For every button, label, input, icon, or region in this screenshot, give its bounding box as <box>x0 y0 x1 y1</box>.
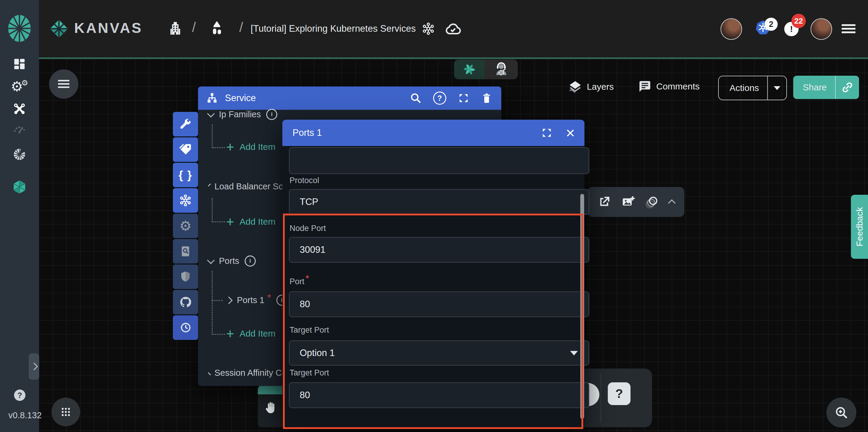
scrolled-field-partial[interactable] <box>289 147 589 174</box>
support-agent-button[interactable] <box>485 60 518 79</box>
sidebar-item-configuration[interactable] <box>0 102 39 116</box>
sidebar-item-kanvas[interactable] <box>0 179 39 195</box>
add-item-button-3[interactable]: + Add Item <box>226 329 276 339</box>
collaborator-avatar[interactable] <box>720 18 742 40</box>
feedback-tab[interactable]: Feedback <box>851 195 868 259</box>
history-icon <box>179 321 192 334</box>
search-icon[interactable] <box>410 92 422 104</box>
open-external-icon[interactable] <box>597 195 611 209</box>
plus-icon: + <box>226 329 234 338</box>
tool-tile-configure[interactable] <box>173 112 198 136</box>
expand-icon[interactable] <box>458 92 470 104</box>
tool-tile-settings[interactable]: ⚙ <box>173 214 198 238</box>
dock-divider <box>600 373 601 423</box>
add-item-button-2[interactable]: + Add Item <box>226 217 276 227</box>
grid-dots-icon <box>60 406 72 418</box>
brand-wordmark: KANVAS <box>74 20 143 36</box>
tree-row-load-balancer[interactable]: Load Balancer So <box>208 182 282 191</box>
dock-help-button[interactable]: ? <box>608 382 630 405</box>
sidebar-expand-button[interactable] <box>29 353 39 380</box>
share-label: Share <box>803 82 827 92</box>
caret-down-icon <box>774 86 780 90</box>
sidebar-help-button[interactable]: ? <box>14 390 25 401</box>
tool-tile-labels[interactable] <box>173 137 198 162</box>
pan-hand-icon[interactable] <box>264 400 278 415</box>
info-icon[interactable]: i <box>245 255 256 267</box>
sidebar-item-lifecycle[interactable]: ⚙ ⚙ <box>0 79 39 94</box>
protocol-label: Protocol <box>289 176 319 185</box>
hamburger-icon <box>58 80 69 88</box>
tree-row-ports-1[interactable]: Ports 1 * i <box>226 295 287 306</box>
plus-icon: + <box>226 143 234 151</box>
tool-tile-history[interactable] <box>173 315 198 340</box>
add-item-label: Add Item <box>240 329 276 339</box>
motion-circles-icon[interactable] <box>645 195 659 209</box>
sidebar-item-performance[interactable] <box>0 122 39 136</box>
add-image-icon[interactable] <box>621 195 635 209</box>
alerts-count-badge[interactable]: 22 <box>792 14 806 28</box>
ports-modal-header[interactable]: Ports 1 × <box>282 120 584 146</box>
layers-toggle[interactable]: Layers <box>568 79 614 94</box>
expand-icon[interactable] <box>541 127 553 139</box>
ai-assistant-button[interactable] <box>454 60 485 79</box>
organization-icon[interactable] <box>167 20 183 36</box>
tree-row-session-affinity[interactable]: Session Affinity Co <box>208 368 282 378</box>
cloud-saved-icon[interactable] <box>444 21 461 36</box>
zoom-in-button[interactable] <box>827 398 856 428</box>
kanvas-hexagon-icon <box>11 179 28 195</box>
comments-toggle[interactable]: Comments <box>638 79 700 94</box>
kanvas-logo-icon[interactable] <box>47 17 70 40</box>
assistant-toolbar <box>454 60 518 79</box>
mesh-pattern-icon <box>12 147 27 162</box>
apps-grid-button[interactable] <box>52 398 80 426</box>
sidebar-item-mesh[interactable] <box>0 147 39 162</box>
share-button[interactable]: Share <box>793 76 859 99</box>
kubernetes-count-badge[interactable]: 2 <box>765 18 778 31</box>
add-item-button-1[interactable]: + Add Item <box>226 142 276 152</box>
tree-row-ip-families[interactable]: Ip Families i <box>208 109 277 120</box>
canvas-top-accent-line <box>39 57 868 59</box>
tree-label: Ports 1 <box>237 295 265 305</box>
layers-icon <box>568 79 583 94</box>
close-icon[interactable]: × <box>566 127 575 139</box>
sidebar-item-dashboard[interactable] <box>0 57 39 71</box>
design-hub-icon[interactable] <box>421 22 435 36</box>
chevron-right-icon <box>208 371 211 375</box>
canvas-menu-button[interactable] <box>49 69 79 99</box>
design-title[interactable]: [Tutorial] Exploring Kubernetes Services <box>251 23 416 34</box>
tree-connector <box>212 198 213 222</box>
gear-icon: ⚙ <box>179 219 191 233</box>
layer5-logo-tile-bg <box>0 0 39 57</box>
tree-connector <box>212 147 225 148</box>
header-menu-icon[interactable] <box>842 24 856 33</box>
tool-tile-security[interactable] <box>173 265 198 289</box>
tool-tile-github[interactable] <box>173 290 198 314</box>
delete-icon[interactable] <box>481 92 492 104</box>
help-icon[interactable]: ? <box>433 92 446 105</box>
tool-tile-relationships[interactable] <box>173 188 198 213</box>
add-item-label: Add Item <box>240 142 276 152</box>
tree-row-ports[interactable]: Ports i <box>208 255 256 267</box>
tag-icon <box>179 143 192 156</box>
tree-label: Ip Families <box>219 110 261 119</box>
required-asterisk: * <box>268 292 271 303</box>
comments-label: Comments <box>656 81 700 92</box>
collapse-toolbar-icon[interactable] <box>668 199 675 207</box>
actions-dropdown-toggle[interactable] <box>768 86 786 90</box>
protocol-input[interactable]: TCP <box>289 189 589 215</box>
copy-link-button[interactable] <box>836 81 859 94</box>
layer5-logo-icon[interactable] <box>5 12 33 45</box>
ports-modal-title: Ports 1 <box>292 127 322 138</box>
tool-tile-json[interactable]: { } <box>173 163 198 187</box>
ai-spiral-icon <box>462 63 476 76</box>
chevron-right-icon <box>30 363 38 370</box>
info-icon[interactable]: i <box>266 109 277 120</box>
crossed-tools-icon <box>12 102 27 116</box>
actions-button[interactable]: Actions <box>718 76 787 100</box>
tree-connector <box>212 300 222 301</box>
service-panel-header[interactable]: Service ? <box>198 87 501 110</box>
user-avatar[interactable] <box>811 18 832 40</box>
tool-tile-inspect[interactable] <box>173 239 198 264</box>
support-agent-icon <box>494 62 509 77</box>
workspace-icon[interactable] <box>209 19 225 36</box>
